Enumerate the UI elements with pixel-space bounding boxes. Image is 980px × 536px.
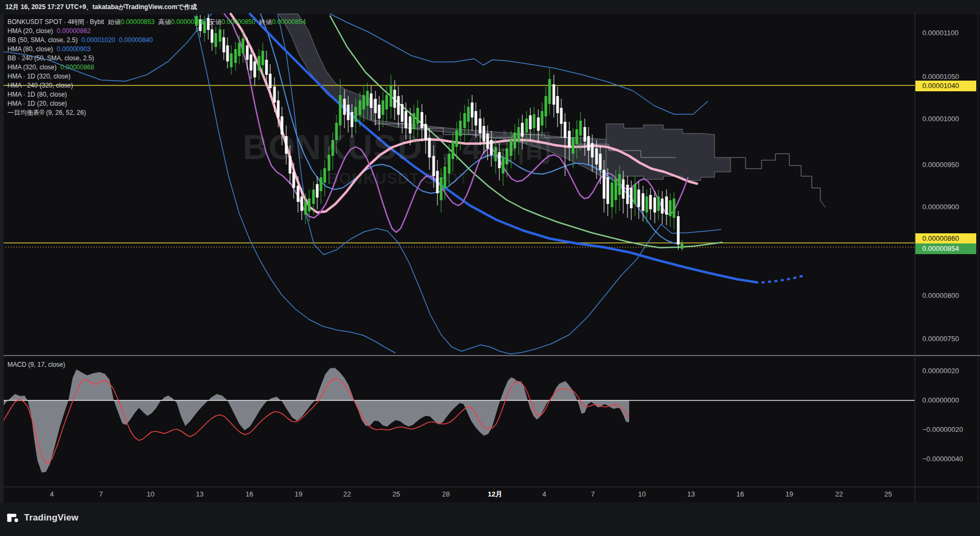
- price-axis-label: 0.00000800: [922, 291, 978, 301]
- indicator-value: 0.00000868: [60, 64, 94, 71]
- time-axis-label: 22: [835, 490, 843, 499]
- indicator-row[interactable]: HMA (80, close)0.00000903: [7, 45, 306, 54]
- price-axis-label: 0.00000020: [922, 366, 978, 376]
- time-axis-label: 10: [638, 490, 646, 499]
- time-axis-label: 28: [442, 490, 450, 499]
- time-axis-label: 16: [736, 490, 744, 499]
- indicator-row[interactable]: HMA · 240 (320, close): [7, 81, 306, 90]
- time-axis-label: 13: [687, 490, 695, 499]
- indicator-line-kumo-tail: [731, 154, 825, 207]
- indicator-value: 0.00000903: [57, 45, 90, 53]
- ohlc-value: 0.00000856: [171, 18, 205, 26]
- indicator-row[interactable]: HMA (20, close)0.00000862: [7, 27, 306, 36]
- indicator-row[interactable]: HMA · 1D (320, close): [7, 72, 306, 81]
- time-axis-label: 16: [246, 490, 253, 499]
- time-axis-label: 25: [393, 490, 400, 499]
- indicator-label: BB · 240 (50, SMA, close, 2.5): [7, 54, 94, 62]
- ohlc-label: 始値: [108, 18, 121, 26]
- tradingview-logo-text: TradingView: [24, 513, 79, 523]
- ohlc-label: 終値: [259, 18, 272, 26]
- price-tag: 0.00000860: [915, 233, 976, 244]
- indicator-label: HMA · 1D (20, close): [7, 100, 67, 107]
- indicator-label: HMA · 240 (320, close): [7, 82, 73, 89]
- indicator-label: 一目均衡表® (9, 26, 52, 26): [7, 109, 86, 116]
- time-axis-label: 7: [99, 490, 103, 499]
- time-axis-label: 4: [542, 490, 546, 499]
- indicator-value: 0.00001020: [81, 36, 115, 44]
- ohlc-value: 0.00000854: [272, 18, 305, 26]
- indicator-row[interactable]: HMA · 1D (80, close): [7, 90, 306, 99]
- indicator-label: HMA (320, close): [7, 64, 57, 71]
- indicator-row[interactable]: 一目均衡表® (9, 26, 52, 26): [7, 108, 306, 117]
- time-axis-label: 13: [196, 490, 203, 499]
- ohlc-value: 0.00000853: [121, 18, 154, 26]
- indicator-value: 0.00000862: [57, 27, 90, 35]
- indicator-row[interactable]: HMA · 1D (20, close): [7, 99, 306, 108]
- indicator-label: BB (50, SMA, close, 2.5): [7, 36, 77, 44]
- indicator-row[interactable]: BB (50, SMA, close, 2.5)0.000010200.0000…: [7, 36, 306, 45]
- indicator-label: HMA (80, close): [7, 45, 53, 53]
- bottom-bar: [0, 502, 980, 536]
- price-axis-label: 0.00000900: [922, 202, 978, 212]
- price-axis-label: −0.00000040: [922, 454, 978, 464]
- symbol-title-row[interactable]: BONKUSDT SPOT · 4時間 · Bybit始値0.00000853高…: [7, 18, 306, 27]
- ohlc-label: 安値: [209, 18, 222, 26]
- indicator-label: HMA (20, close): [7, 27, 53, 35]
- indicator-line-bb50-lower: [278, 14, 721, 354]
- price-tag: 0.00000854: [915, 243, 976, 254]
- indicator-legend: BONKUSDT SPOT · 4時間 · Bybit始値0.00000853高…: [7, 18, 306, 117]
- indicator-value: 0.00000840: [119, 36, 153, 44]
- indicator-label: HMA · 1D (320, close): [7, 73, 70, 80]
- indicator-label: HMA · 1D (80, close): [7, 91, 67, 98]
- macd-pane-label[interactable]: MACD (9, 17, close): [7, 360, 65, 369]
- ohlc-label: 高値: [158, 18, 171, 26]
- ohlc-values: 始値0.00000853高値0.00000856安値0.00000850終値0.…: [104, 18, 306, 26]
- price-axis-label: 0.00001100: [922, 28, 978, 38]
- price-axis-label: 0.00000000: [922, 396, 978, 405]
- ichimoku-cloud-kumo-right: [606, 124, 731, 180]
- time-axis-label: 12月: [488, 490, 502, 499]
- tradingview-logo-icon: [6, 511, 19, 524]
- left-edge-strip: [0, 14, 4, 502]
- tradingview-logo[interactable]: TradingView: [6, 511, 79, 524]
- price-tag: 0.00001040: [915, 81, 976, 91]
- indicator-line-hma1d320-projection-dashed: [763, 275, 804, 282]
- time-axis-label: 22: [343, 490, 351, 499]
- indicator-row[interactable]: BB · 240 (50, SMA, close, 2.5): [7, 54, 306, 63]
- time-axis-label: 19: [786, 490, 793, 499]
- tradingview-published-chart: 12月 16, 2025 17:27 UTC+9、takatabaがTradin…: [0, 0, 980, 536]
- price-axis-label: 0.00000750: [922, 334, 978, 344]
- price-axis-label: 0.00000950: [922, 160, 978, 170]
- time-axis-label: 4: [50, 490, 53, 499]
- time-axis-label: 19: [295, 490, 302, 499]
- symbol-title: BONKUSDT SPOT · 4時間 · Bybit: [7, 18, 104, 26]
- price-axis-label: −0.00000020: [922, 425, 978, 435]
- time-axis-label: 10: [147, 490, 154, 499]
- time-axis-label: 7: [591, 490, 594, 499]
- indicator-rows: HMA (20, close)0.00000862BB (50, SMA, cl…: [7, 27, 306, 117]
- ohlc-value: 0.00000850: [222, 18, 255, 26]
- time-axis-label: 25: [884, 490, 892, 499]
- price-axis-label: 0.00001000: [922, 114, 978, 124]
- indicator-row[interactable]: HMA (320, close)0.00000868: [7, 63, 306, 72]
